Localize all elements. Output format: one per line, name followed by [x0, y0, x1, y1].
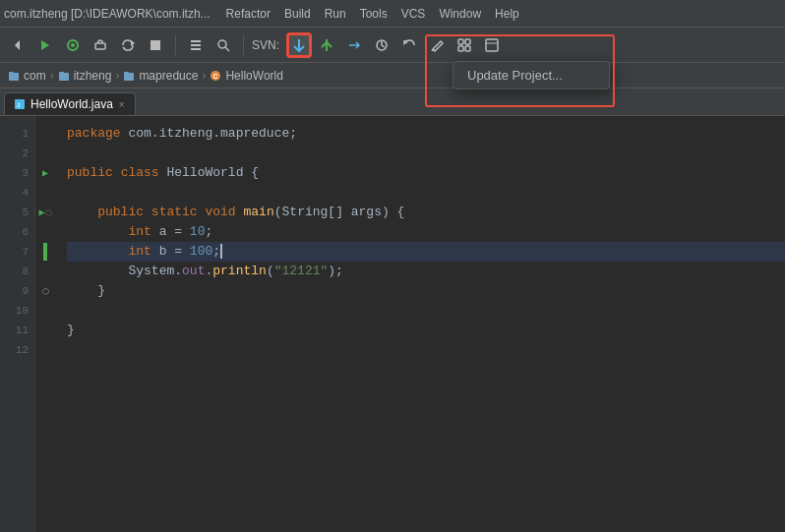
folder-icon: [123, 70, 135, 82]
folder-icon: [58, 70, 70, 82]
code-line-9: }: [67, 281, 785, 301]
back-btn[interactable]: [6, 33, 30, 57]
tab-helloworld[interactable]: J HelloWorld.java ×: [4, 92, 136, 115]
gutter-run-3[interactable]: ▶: [35, 163, 55, 183]
breadcrumb: com › itzheng › mapreduce › C HelloWorld: [0, 63, 785, 89]
gutter-10: [35, 301, 55, 321]
gutter-bookmark-9[interactable]: ⬡: [35, 281, 55, 301]
svn-push-btn[interactable]: [342, 33, 366, 57]
menu-vcs[interactable]: VCS: [395, 5, 432, 23]
menu-build[interactable]: Build: [278, 5, 317, 23]
code-line-7: int b = 100;: [67, 242, 785, 262]
svg-text:J: J: [17, 102, 20, 108]
svg-marker-1: [41, 40, 49, 50]
gutter-2: [35, 144, 55, 163]
menu-bar: com.itzheng [D:\IDEAWORK\com.itzh... Ref…: [0, 0, 785, 28]
svg-point-10: [218, 40, 226, 48]
reload-btn[interactable]: [116, 33, 140, 57]
gutter-run-5[interactable]: ▶ ⬡: [35, 203, 55, 222]
code-editor[interactable]: package com.itzheng.mapreduce; public cl…: [55, 116, 785, 532]
run-btn[interactable]: [33, 33, 57, 57]
line-num-6: 6: [0, 222, 34, 242]
svg-rect-18: [458, 46, 463, 51]
line-num-7: 7: [0, 242, 34, 262]
code-line-11: }: [67, 321, 785, 340]
line-num-5: 5: [0, 203, 34, 222]
svg-line-11: [225, 47, 229, 51]
menu-run[interactable]: Run: [319, 5, 352, 23]
gutter-12: [35, 340, 55, 360]
svg-marker-0: [15, 40, 20, 50]
code-line-5: public static void main(String[] args) {: [67, 203, 785, 222]
line-num-4: 4: [0, 183, 34, 203]
svg-text:C: C: [213, 73, 218, 80]
code-area: 1 2 3 4 5 6 7 8 9 10 11 12 ▶ ▶ ⬡ ⬡: [0, 116, 785, 532]
svg-rect-7: [191, 40, 201, 42]
line-num-3: 3: [0, 163, 34, 183]
breadcrumb-itzheng[interactable]: itzheng: [58, 69, 112, 83]
run-arrow-icon: ▶: [42, 167, 48, 179]
svn-label: SVN:: [252, 38, 279, 52]
update-project-item[interactable]: Update Project...: [453, 62, 609, 89]
menu-tools[interactable]: Tools: [354, 5, 393, 23]
project-structure-btn[interactable]: [453, 33, 476, 57]
svg-rect-16: [458, 39, 463, 44]
gutter-8: [35, 262, 55, 281]
toolbar: SVN:: [0, 28, 785, 63]
line-num-11: 11: [0, 321, 34, 340]
gutter-1: [35, 124, 55, 144]
svg-rect-4: [95, 43, 105, 49]
current-line-marker: [43, 243, 47, 261]
sep2: [243, 35, 244, 55]
breadcrumb-helloworld[interactable]: C HelloWorld: [210, 69, 282, 83]
menu-window[interactable]: Window: [433, 5, 487, 23]
svg-rect-27: [124, 72, 129, 75]
code-line-12: [67, 340, 785, 360]
gutter-7: [35, 242, 55, 262]
tab-bar: J HelloWorld.java ×: [0, 89, 785, 116]
gutter-11: [35, 321, 55, 340]
line-num-1: 1: [0, 124, 34, 144]
svn-history-btn[interactable]: [370, 33, 393, 57]
svg-rect-8: [191, 44, 201, 46]
bookmark-icon: ⬡: [42, 287, 49, 296]
window-btn[interactable]: [480, 33, 504, 57]
breadcrumb-com[interactable]: com: [8, 69, 46, 83]
tab-label: HelloWorld.java: [30, 97, 113, 111]
debug-btn[interactable]: [61, 33, 85, 57]
gutter-4: [35, 183, 55, 203]
svn-revert-btn[interactable]: [397, 33, 421, 57]
project-title: com.itzheng [D:\IDEAWORK\com.itzh...: [4, 7, 211, 21]
code-line-4: [67, 183, 785, 203]
settings-btn[interactable]: [184, 33, 208, 57]
code-line-6: int a = 10;: [67, 222, 785, 242]
svn-commit-btn[interactable]: [315, 33, 338, 57]
menu-refactor[interactable]: Refactor: [220, 5, 276, 23]
line-numbers: 1 2 3 4 5 6 7 8 9 10 11 12: [0, 116, 35, 532]
stop-btn[interactable]: [144, 33, 167, 57]
line-num-8: 8: [0, 262, 34, 281]
svn-update-button[interactable]: [287, 33, 311, 57]
code-line-2: [67, 144, 785, 163]
gutter: ▶ ▶ ⬡ ⬡: [35, 116, 55, 532]
class-icon: C: [210, 70, 221, 82]
menu-help[interactable]: Help: [489, 5, 525, 23]
svg-rect-19: [465, 46, 470, 51]
svg-rect-23: [9, 72, 14, 75]
line-num-9: 9: [0, 281, 34, 301]
code-line-3: public class HelloWorld {: [67, 163, 785, 183]
code-line-8: System.out.println("12121");: [67, 262, 785, 281]
java-file-icon: J: [15, 99, 25, 109]
svg-rect-20: [486, 39, 498, 51]
breadcrumb-mapreduce[interactable]: mapreduce: [123, 69, 198, 83]
debug-dot: ⬡: [45, 208, 52, 217]
line-num-10: 10: [0, 301, 34, 321]
coverage-btn[interactable]: [89, 33, 112, 57]
gutter-6: [35, 222, 55, 242]
svg-rect-6: [151, 40, 160, 50]
svg-rect-17: [465, 39, 470, 44]
build-btn[interactable]: [425, 33, 449, 57]
tab-close-btn[interactable]: ×: [119, 99, 125, 110]
svg-rect-25: [59, 72, 64, 75]
find-btn[interactable]: [211, 33, 235, 57]
